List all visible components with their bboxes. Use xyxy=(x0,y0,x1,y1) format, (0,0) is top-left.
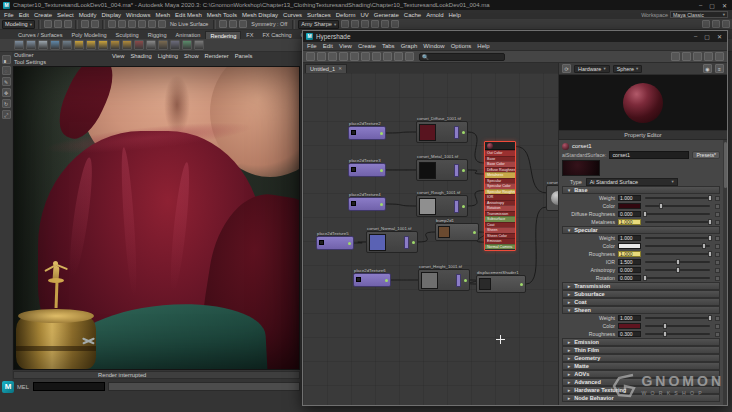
section-specular[interactable]: ▼Specular xyxy=(562,226,720,234)
menu-mesh-tools[interactable]: Mesh Tools xyxy=(207,12,237,18)
viewport-menu-panels[interactable]: Panels xyxy=(235,53,253,60)
construction-history-icon[interactable] xyxy=(239,20,247,28)
attr-slider[interactable] xyxy=(645,205,710,207)
attr-slider[interactable] xyxy=(645,245,710,247)
viewport-menu-show[interactable]: Show xyxy=(184,53,199,60)
hypershade-menu-options[interactable]: Options xyxy=(451,43,472,49)
attr-slider[interactable] xyxy=(645,253,710,255)
skydome-light-icon[interactable] xyxy=(122,40,132,50)
section-sheen[interactable]: ▼Sheen xyxy=(562,306,720,314)
slider-handle[interactable] xyxy=(676,267,680,273)
section-coat[interactable]: ►Coat xyxy=(562,298,720,306)
attr-slider[interactable] xyxy=(645,213,710,215)
menu-surfaces[interactable]: Surfaces xyxy=(307,12,331,18)
texture-map-button[interactable] xyxy=(715,276,720,281)
hypershade-close-button[interactable]: ✕ xyxy=(717,33,722,40)
viewport-3d[interactable] xyxy=(13,66,300,370)
node-corset-height-1001-tif[interactable]: corset_Height_1001.tif xyxy=(418,269,470,291)
menu-generate[interactable]: Generate xyxy=(374,12,399,18)
hypershade-menu-graph[interactable]: Graph xyxy=(401,43,418,49)
node-corset1[interactable]: corset1Out ColorBaseBase ColorDiffuse Ro… xyxy=(484,141,516,251)
texture-map-button[interactable] xyxy=(715,324,720,329)
attr-value-field[interactable]: 1.000 xyxy=(618,195,641,201)
node-corset-diffuse-1001-tif[interactable]: corset_Diffuse_1001.tif xyxy=(416,121,468,143)
texture-map-button[interactable] xyxy=(715,268,720,273)
viewport-menu-renderer[interactable]: Renderer xyxy=(205,53,229,60)
paint-select-tool-button[interactable]: ✎ xyxy=(2,77,11,86)
presets-button[interactable]: Presets* xyxy=(692,151,720,159)
minimize-button[interactable]: – xyxy=(699,2,702,9)
attr-slider[interactable] xyxy=(645,221,710,223)
panel-tab-tool-settings[interactable]: Tool Settings xyxy=(14,59,110,65)
scrollbar-thumb[interactable] xyxy=(724,142,727,188)
texture-checker-icon[interactable] xyxy=(146,40,156,50)
hypershade-open-icon[interactable] xyxy=(371,20,379,28)
shelf-tab-rendering[interactable]: Rendering xyxy=(205,31,241,39)
menu-uv[interactable]: UV xyxy=(360,12,368,18)
new-scene-icon[interactable] xyxy=(44,20,52,28)
attr-value-field[interactable]: 0.000 xyxy=(618,275,641,281)
spot-light-icon[interactable] xyxy=(98,40,108,50)
attr-value-field[interactable]: 1.000 xyxy=(618,315,641,321)
show-tool-settings-icon[interactable] xyxy=(712,20,720,28)
attr-value-field[interactable]: 0.000 xyxy=(618,211,641,217)
mel-input-field[interactable] xyxy=(33,382,105,391)
section-base[interactable]: ▼Base xyxy=(562,186,720,194)
color-swatch[interactable] xyxy=(618,203,641,209)
slider-handle[interactable] xyxy=(708,235,712,241)
node-corset-rough-1001-tif[interactable]: corset_Rough_1001.tif xyxy=(416,195,468,217)
shelf-tab-fx[interactable]: FX xyxy=(242,31,257,39)
snap-point-icon[interactable] xyxy=(128,20,136,28)
slider-handle[interactable] xyxy=(663,331,667,337)
render-view-icon[interactable] xyxy=(62,40,72,50)
menu-arnold[interactable]: Arnold xyxy=(426,12,443,18)
select-tool-button[interactable]: ▖ xyxy=(2,55,11,64)
hypershade-menu-window[interactable]: Window xyxy=(423,43,444,49)
workspace-combo[interactable]: Maya Classic ▾ xyxy=(670,11,728,18)
input-connections-icon[interactable] xyxy=(219,20,227,28)
standin-icon[interactable] xyxy=(194,40,204,50)
slider-handle[interactable] xyxy=(702,243,706,249)
lasso-select-tool-button[interactable]: ◌ xyxy=(2,66,11,75)
attr-value-field[interactable]: 1.000 xyxy=(618,235,641,241)
remove-from-graph-icon[interactable] xyxy=(372,52,381,61)
search-box[interactable]: 🔍 xyxy=(419,53,505,61)
close-button[interactable]: ✕ xyxy=(722,2,727,9)
hypershade-menu-edit[interactable]: Edit xyxy=(323,43,333,49)
toggle-browser-icon[interactable] xyxy=(715,52,724,61)
viewport-menu-view[interactable]: View xyxy=(112,53,124,60)
selection-mode-combo[interactable]: Modeling▾ xyxy=(2,20,35,29)
slider-handle[interactable] xyxy=(663,323,667,329)
section-emission[interactable]: ►Emission xyxy=(562,338,720,346)
slider-handle[interactable] xyxy=(676,259,680,265)
menu-cache[interactable]: Cache xyxy=(404,12,421,18)
slider-handle[interactable] xyxy=(708,195,712,201)
attr-slider[interactable] xyxy=(645,277,710,279)
maximize-button[interactable]: ▢ xyxy=(709,2,715,9)
ipr-render-icon[interactable] xyxy=(26,40,36,50)
node-graph-canvas[interactable]: place2dTexture2corset_Diffuse_1001.tifpl… xyxy=(303,73,558,405)
shelf-tab-curves-surfaces[interactable]: Curves / Surfaces xyxy=(14,31,66,39)
material-sample-swatch[interactable] xyxy=(562,160,600,176)
slider-handle[interactable] xyxy=(708,251,712,257)
texture-map-button[interactable] xyxy=(715,260,720,265)
render-current-frame-icon[interactable] xyxy=(14,40,24,50)
attr-slider[interactable] xyxy=(645,333,710,335)
menu-edit[interactable]: Edit xyxy=(19,12,29,18)
graph-materials-icon[interactable] xyxy=(328,52,337,61)
slider-handle[interactable] xyxy=(643,275,647,281)
section-matte[interactable]: ►Matte xyxy=(562,362,720,370)
menu-mesh[interactable]: Mesh xyxy=(155,12,170,18)
node-place2dtexture6[interactable]: place2dTexture6 xyxy=(353,273,391,287)
arnold-renderview-icon[interactable] xyxy=(391,20,399,28)
attr-slider[interactable] xyxy=(645,325,710,327)
slider-handle[interactable] xyxy=(708,315,712,321)
attr-slider[interactable] xyxy=(645,237,710,239)
character-set-combo[interactable]: Amy Sharpe▾ xyxy=(298,20,339,29)
toon-outline-icon[interactable] xyxy=(182,40,192,50)
shelf-tab-sculpting[interactable]: Sculpting xyxy=(112,31,143,39)
displacement-node-icon[interactable] xyxy=(170,40,180,50)
area-light-icon[interactable] xyxy=(110,40,120,50)
snap-projected-center-icon[interactable] xyxy=(138,20,146,28)
shading-sphere-icon[interactable] xyxy=(134,40,144,50)
